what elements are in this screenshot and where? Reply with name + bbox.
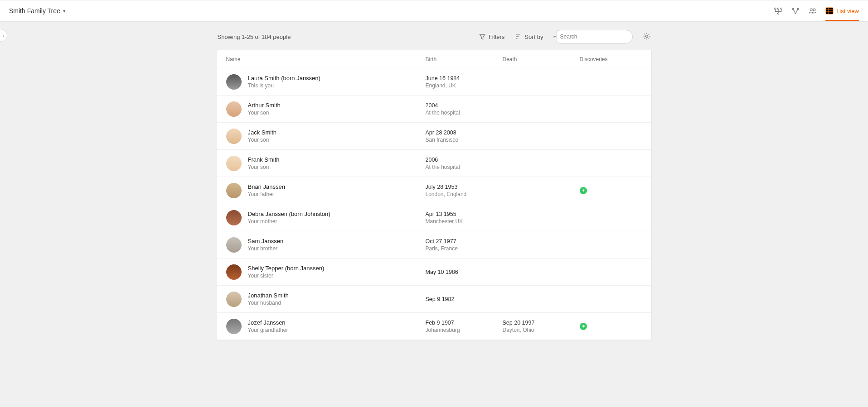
list-view-label: List view: [836, 8, 859, 14]
avatar: [226, 210, 242, 225]
person-relation: Your father: [248, 191, 285, 197]
person-name: Laura Smith (born Janssen): [248, 75, 320, 81]
svg-point-2: [781, 8, 782, 9]
person-name: Jack Smith: [248, 129, 277, 136]
birth-date: 2006: [426, 157, 503, 163]
col-birth-header: Birth: [426, 56, 503, 62]
person-relation: Your husband: [248, 300, 289, 306]
birth-date: Feb 9 1907: [426, 320, 503, 326]
view-toggles: List view: [774, 6, 859, 15]
avatar: [226, 183, 242, 198]
birth-place: Manchester UK: [426, 218, 503, 225]
family-view-icon[interactable]: [808, 6, 817, 15]
person-relation: Your son: [248, 137, 277, 143]
person-row[interactable]: Arthur Smith Your son 2004 At the hospit…: [217, 96, 651, 123]
sortby-label: Sort by: [524, 34, 543, 40]
birth-date: Oct 27 1977: [426, 238, 503, 244]
svg-point-0: [775, 8, 776, 9]
svg-point-3: [777, 13, 779, 14]
search-icon[interactable]: [632, 34, 633, 40]
search-field: ▾: [553, 30, 633, 43]
svg-point-5: [797, 8, 799, 10]
svg-point-16: [632, 34, 633, 38]
people-list: Name Birth Death Discoveries Laura Smith…: [217, 50, 652, 340]
person-relation: This is you: [248, 82, 320, 89]
avatar: [226, 264, 242, 280]
death-date: Sep 20 1997: [503, 320, 580, 326]
list-header-row: Name Birth Death Discoveries: [217, 50, 651, 68]
svg-point-1: [777, 8, 779, 9]
person-row[interactable]: Jack Smith Your son Apr 28 2008 San fran…: [217, 123, 651, 150]
person-name: Brian Janssen: [248, 183, 285, 190]
birth-place: At the hospital: [426, 110, 503, 116]
birth-place: At the hospital: [426, 164, 503, 170]
pedigree-view-icon[interactable]: [774, 6, 783, 15]
person-name: Debra Janssen (born Johnston): [248, 211, 330, 217]
person-row[interactable]: Sam Janssen Your brother Oct 27 1977 Par…: [217, 231, 651, 259]
tree-title-dropdown[interactable]: Smith Family Tree ▾: [9, 7, 66, 14]
person-row[interactable]: Jonathan Smith Your husband Sep 9 1982: [217, 286, 651, 313]
fan-view-icon[interactable]: [791, 6, 800, 15]
svg-point-8: [813, 9, 815, 11]
avatar: [226, 156, 242, 171]
person-name: Shelly Tepper (born Janssen): [248, 265, 325, 272]
birth-date: Apr 13 1955: [426, 211, 503, 217]
avatar: [226, 129, 242, 144]
person-name: Frank Smith: [248, 156, 280, 163]
birth-place: San fransisco: [426, 137, 503, 143]
filters-label: Filters: [489, 34, 504, 40]
birth-date: Sep 9 1982: [426, 296, 503, 302]
person-row[interactable]: Frank Smith Your son 2006 At the hospita…: [217, 150, 651, 177]
sortby-button[interactable]: Sort by: [514, 33, 543, 40]
person-row[interactable]: Shelly Tepper (born Janssen) Your sister…: [217, 259, 651, 286]
discovery-badge[interactable]: ✶: [580, 187, 587, 194]
birth-date: May 10 1986: [426, 269, 503, 275]
list-toolbar: Showing 1-25 of 184 people Filters Sort …: [217, 30, 652, 50]
person-relation: Your son: [248, 164, 280, 170]
col-name-header: Name: [226, 56, 426, 62]
avatar: [226, 74, 242, 90]
chevron-down-icon: ▾: [63, 8, 66, 14]
svg-rect-9: [826, 8, 833, 14]
person-name: Arthur Smith: [248, 102, 281, 109]
person-row[interactable]: Debra Janssen (born Johnston) Your mothe…: [217, 204, 651, 231]
birth-date: Apr 28 2008: [426, 129, 503, 136]
svg-point-4: [792, 8, 794, 10]
birth-place: England, UK: [426, 82, 503, 89]
showing-count-label: Showing 1-25 of 184 people: [218, 34, 291, 40]
person-row[interactable]: Brian Janssen Your father July 28 1953 L…: [217, 177, 651, 204]
avatar: [226, 319, 242, 334]
filters-button[interactable]: Filters: [479, 33, 504, 40]
svg-point-18: [645, 35, 648, 37]
person-row[interactable]: Laura Smith (born Janssen) This is you J…: [217, 68, 651, 96]
person-row[interactable]: Jozef Janssen Your grandfather Feb 9 190…: [217, 313, 651, 340]
person-relation: Your brother: [248, 245, 284, 252]
birth-date: 2004: [426, 102, 503, 109]
person-name: Jozef Janssen: [248, 319, 288, 326]
settings-button[interactable]: [643, 32, 651, 42]
birth-date: June 16 1984: [426, 75, 503, 81]
discovery-badge[interactable]: ✶: [580, 323, 587, 330]
birth-date: July 28 1953: [426, 184, 503, 190]
person-relation: Your son: [248, 110, 281, 116]
col-death-header: Death: [503, 56, 580, 62]
svg-point-7: [810, 9, 812, 11]
birth-place: Johannesburg: [426, 327, 503, 333]
tree-title-label: Smith Family Tree: [9, 7, 60, 14]
expand-sidebar-tab[interactable]: ›: [0, 29, 7, 42]
avatar: [226, 101, 242, 117]
person-relation: Your grandfather: [248, 327, 288, 333]
search-input[interactable]: [557, 34, 632, 40]
list-view-button[interactable]: List view: [825, 7, 859, 21]
person-name: Sam Janssen: [248, 238, 284, 244]
col-discoveries-header: Discoveries: [580, 56, 642, 62]
birth-place: London, England: [426, 191, 503, 197]
person-name: Jonathan Smith: [248, 292, 289, 299]
chevron-right-icon: ›: [3, 33, 5, 38]
person-relation: Your sister: [248, 273, 325, 279]
top-bar: Smith Family Tree ▾ List view: [0, 0, 868, 22]
death-place: Dayton, Ohio: [503, 327, 580, 333]
avatar: [226, 292, 242, 307]
svg-point-6: [795, 12, 796, 14]
birth-place: Paris, France: [426, 245, 503, 252]
